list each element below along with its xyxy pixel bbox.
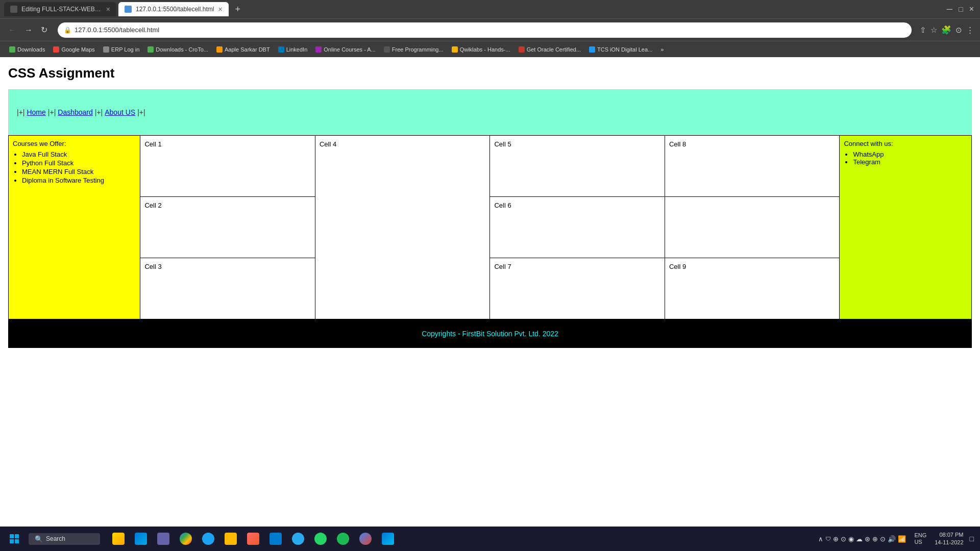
lock-icon: 🔒	[64, 27, 71, 34]
bookmark-icon	[278, 46, 284, 53]
bookmark-icon	[589, 46, 595, 53]
bookmark-label: Downloads	[17, 46, 45, 53]
tab-2-favicon	[125, 6, 132, 13]
bookmark-label: Online Courses - A...	[324, 46, 376, 53]
table-cell-7: Cell 7	[490, 258, 665, 319]
bookmark-courses[interactable]: Online Courses - A...	[312, 45, 379, 54]
footer: Copyrights - FirstBit Solution Pvt. Ltd.…	[8, 319, 972, 348]
table-cell-6: Cell 6	[490, 197, 665, 258]
minimize-button[interactable]: ─	[945, 3, 954, 16]
bookmark-linkedin[interactable]: LinkedIn	[275, 45, 311, 54]
share-icon[interactable]: ⇧	[920, 26, 926, 35]
bookmark-label: Google Maps	[61, 46, 94, 53]
nav-sep-2: |+|	[95, 108, 103, 116]
bookmark-oracle[interactable]: Get Oracle Certified...	[516, 45, 584, 54]
course-item-4: Diploma in Software Testing	[22, 177, 136, 184]
course-item-1: Java Full Stack	[22, 151, 136, 158]
tab-2[interactable]: 127.0.0.1:5500/tablecell.html ×	[118, 2, 229, 16]
nav-bar: ← → ↻ 🔒 127.0.0.1:5500/tablecell.html ⇧ …	[0, 18, 980, 41]
forward-button[interactable]: →	[22, 23, 35, 37]
bookmark-tcs[interactable]: TCS iON Digital Lea...	[586, 45, 655, 54]
connect-title: Connect with us:	[844, 140, 967, 147]
connect-list: WhatsApp Telegram	[844, 151, 967, 166]
left-column: Courses we Offer: Java Full Stack Python…	[9, 136, 140, 319]
bookmark-label: Free Programming...	[392, 46, 444, 53]
course-item-3: MEAN MERN Full Stack	[22, 168, 136, 176]
nav-sep-1: |+|	[48, 108, 56, 116]
bookmark-downloads-2[interactable]: Downloads - CroTo...	[144, 45, 211, 54]
bookmark-downloads-1[interactable]: Downloads	[6, 45, 48, 54]
page-title: CSS Assignment	[8, 65, 972, 81]
bookmark-label: Aaple Sarkar DBT	[225, 46, 270, 53]
table-cell-8: Cell 8	[665, 136, 840, 197]
address-bar[interactable]: 🔒 127.0.0.1:5500/tablecell.html	[58, 22, 912, 38]
close-button[interactable]: ×	[967, 3, 976, 16]
main-table: Courses we Offer: Java Full Stack Python…	[8, 135, 972, 319]
tab-1-favicon	[10, 6, 17, 13]
nav-link-home[interactable]: Home	[27, 108, 45, 116]
table-cell-4: Cell 4	[315, 136, 490, 319]
bookmark-freeprog[interactable]: Free Programming...	[381, 45, 447, 54]
menu-icon[interactable]: ⋮	[966, 26, 974, 35]
bookmark-icon	[519, 46, 525, 53]
tab-1-label: Editing FULL-STACK-WEBDEV-RE	[21, 6, 102, 13]
table-cell-5: Cell 5	[490, 136, 665, 197]
bookmark-erp[interactable]: ERP Log in	[100, 45, 142, 54]
bookmark-icon	[384, 46, 390, 53]
back-button[interactable]: ←	[6, 23, 18, 37]
table-row-1: Courses we Offer: Java Full Stack Python…	[9, 136, 972, 197]
cell-9-label: Cell 9	[669, 263, 686, 270]
tab-1[interactable]: Editing FULL-STACK-WEBDEV-RE ×	[4, 2, 116, 16]
bookmark-star-icon[interactable]: ☆	[930, 26, 937, 35]
channel-telegram: Telegram	[853, 158, 967, 166]
bookmark-aaple[interactable]: Aaple Sarkar DBT	[213, 45, 273, 54]
bookmark-more-label: »	[660, 46, 664, 53]
cell-4-label: Cell 4	[320, 140, 336, 148]
tab-2-label: 127.0.0.1:5500/tablecell.html	[136, 6, 214, 13]
maximize-button[interactable]: □	[957, 3, 965, 16]
bookmark-icon	[315, 46, 322, 53]
nav-icons: ⇧ ☆ 🧩 ⊙ ⋮	[920, 25, 974, 35]
cell-1-label: Cell 1	[144, 140, 161, 148]
bookmark-label: Get Oracle Certified...	[527, 46, 581, 53]
extension-icon[interactable]: 🧩	[941, 25, 951, 35]
bookmark-icon	[9, 46, 15, 53]
nav-link-dashboard[interactable]: Dashboard	[58, 108, 93, 116]
courses-title: Courses we Offer:	[13, 140, 136, 147]
table-cell-9: Cell 9	[665, 258, 840, 319]
footer-text: Copyrights - FirstBit Solution Pvt. Ltd.…	[422, 330, 558, 338]
table-row-3: Cell 3 Cell 7 Cell 9	[9, 258, 972, 319]
bookmark-label: ERP Log in	[111, 46, 139, 53]
table-row-2: Cell 2 Cell 6	[9, 197, 972, 258]
courses-list: Java Full Stack Python Full Stack MEAN M…	[13, 151, 136, 184]
browser-window: Editing FULL-STACK-WEBDEV-RE × 127.0.0.1…	[0, 0, 980, 356]
bookmark-icon	[148, 46, 154, 53]
nav-sep-0: |+|	[17, 108, 24, 116]
bookmark-icon	[53, 46, 59, 53]
table-cell-2: Cell 2	[140, 197, 315, 258]
right-column: Connect with us: WhatsApp Telegram	[840, 136, 972, 319]
nav-section: |+| Home |+| Dashboard |+| About US |+|	[8, 89, 972, 135]
cell-7-label: Cell 7	[494, 263, 511, 270]
address-text: 127.0.0.1:5500/tablecell.html	[75, 26, 159, 34]
new-tab-button[interactable]: +	[231, 2, 245, 16]
tab-1-close[interactable]: ×	[106, 5, 110, 13]
bookmark-label: Qwiklabs - Hands-...	[460, 46, 510, 53]
tab-2-close[interactable]: ×	[218, 5, 222, 13]
channel-whatsapp: WhatsApp	[853, 151, 967, 158]
bookmark-maps[interactable]: Google Maps	[50, 45, 97, 54]
bookmark-more[interactable]: »	[657, 45, 667, 54]
nav-link-about[interactable]: About US	[105, 108, 135, 116]
bookmark-icon	[452, 46, 458, 53]
bookmark-icon	[103, 46, 109, 53]
course-item-2: Python Full Stack	[22, 159, 136, 167]
bookmark-icon	[216, 46, 223, 53]
refresh-button[interactable]: ↻	[39, 23, 50, 37]
cell-5-label: Cell 5	[494, 140, 511, 148]
cell-2-label: Cell 2	[144, 202, 161, 209]
tab-bar: Editing FULL-STACK-WEBDEV-RE × 127.0.0.1…	[0, 0, 980, 18]
bookmark-qwiklabs[interactable]: Qwiklabs - Hands-...	[449, 45, 513, 54]
profile-icon[interactable]: ⊙	[955, 26, 962, 35]
page-content: CSS Assignment |+| Home |+| Dashboard |+…	[0, 57, 980, 356]
cell-6-label: Cell 6	[494, 202, 511, 209]
